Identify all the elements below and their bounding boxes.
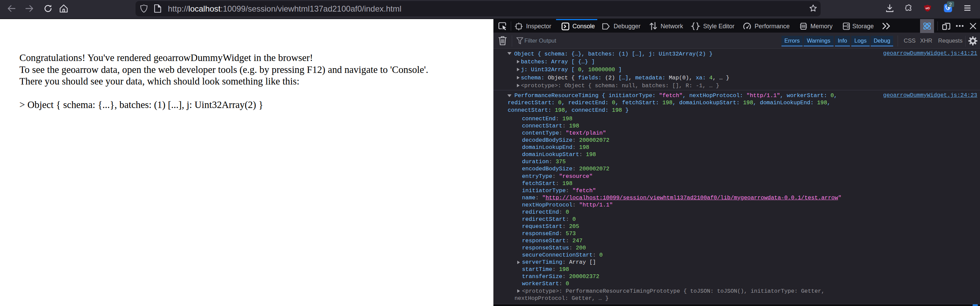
svg-text:2: 2 — [949, 2, 952, 7]
svg-text:uO: uO — [926, 6, 930, 10]
